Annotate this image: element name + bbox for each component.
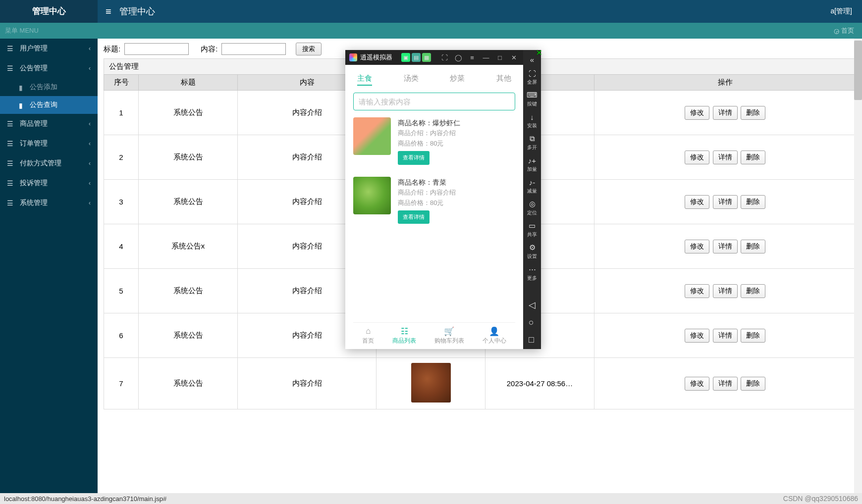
bottom-nav-item[interactable]: ⌂首页: [362, 327, 374, 345]
edit-button[interactable]: 修改: [685, 151, 709, 164]
view-detail-button[interactable]: 查看详情: [398, 151, 430, 165]
sidebar-item-notice[interactable]: ☰公告管理 ‹: [0, 58, 98, 78]
emu-side-item[interactable]: ♪-减量: [523, 176, 541, 197]
sidebar-item-label: 订单管理: [20, 139, 48, 148]
chevron-left-icon: ‹: [89, 180, 91, 187]
menu-icon[interactable]: ≡: [467, 54, 478, 61]
edit-button[interactable]: 修改: [685, 329, 709, 343]
sidebar-item-payment[interactable]: ☰付款方式管理 ‹: [0, 153, 98, 173]
menu-label: 菜单 MENU: [5, 26, 39, 35]
filter-title-input[interactable]: [124, 43, 189, 55]
app-search-input[interactable]: [359, 98, 510, 106]
sidebar-item-complaint[interactable]: ☰投诉管理 ‹: [0, 173, 98, 193]
sidebar-item-goods[interactable]: ☰商品管理 ‹: [0, 114, 98, 134]
delete-button[interactable]: 删除: [741, 240, 765, 253]
emu-side-item[interactable]: ⧉多开: [523, 132, 541, 153]
emu-side-item[interactable]: ↓安装: [523, 110, 541, 131]
bottom-nav-label: 首页: [362, 337, 374, 345]
edit-button[interactable]: 修改: [685, 240, 709, 253]
hamburger-icon[interactable]: ≡: [98, 6, 119, 17]
emu-side-item[interactable]: ⛶全屏: [523, 67, 541, 88]
edit-button[interactable]: 修改: [685, 284, 709, 298]
sidebar-item-label: 公告查询: [30, 101, 57, 109]
emu-side-label: 减量: [527, 188, 537, 195]
detail-button[interactable]: 详情: [713, 151, 738, 164]
dashboard-icon: ◶: [834, 27, 839, 35]
bookmark-icon: ▮: [19, 84, 25, 91]
tab-soup[interactable]: 汤类: [404, 74, 419, 86]
emu-side-icon: ⧉: [528, 134, 537, 143]
android-nav-icon[interactable]: □: [529, 335, 536, 345]
sidebar-item-orders[interactable]: ☰订单管理 ‹: [0, 134, 98, 153]
fullscreen-icon[interactable]: ⛶: [439, 54, 450, 61]
edit-button[interactable]: 修改: [685, 377, 709, 391]
account-icon[interactable]: ◯: [453, 54, 464, 61]
user-label[interactable]: a[管理]: [830, 7, 862, 16]
edit-button[interactable]: 修改: [685, 106, 709, 120]
emulator-chip-icon[interactable]: ▤: [412, 53, 421, 62]
emulator-chip-icon[interactable]: ▣: [401, 53, 410, 62]
search-button[interactable]: 搜索: [296, 43, 322, 55]
filter-content-label: 内容:: [201, 45, 217, 54]
delete-button[interactable]: 删除: [741, 329, 765, 343]
cell-seq: 1: [104, 91, 139, 135]
sidebar-item-label: 投诉管理: [20, 179, 48, 188]
view-detail-button[interactable]: 查看详情: [398, 210, 430, 224]
chevron-left-icon: ‹: [89, 160, 91, 167]
bottom-nav-item[interactable]: 🛒购物车列表: [434, 327, 464, 345]
detail-button[interactable]: 详情: [713, 106, 738, 120]
sidebar-subitem-notice-add[interactable]: ▮ 公告添加: [0, 78, 98, 96]
emu-side-item[interactable]: ⌨按键: [523, 89, 541, 109]
emulator-chip-icon[interactable]: ▦: [422, 53, 431, 62]
cell-seq: 7: [104, 358, 139, 409]
emu-side-label: 加量: [527, 166, 537, 173]
emu-side-item[interactable]: ♪+加量: [523, 154, 541, 175]
cell-seq: 4: [104, 224, 139, 269]
sidebar-subitem-notice-query[interactable]: ▮ 公告查询: [0, 96, 98, 114]
filter-content-input[interactable]: [221, 43, 286, 55]
maximize-icon[interactable]: □: [494, 54, 505, 61]
edit-button[interactable]: 修改: [685, 195, 709, 209]
emu-side-item[interactable]: ◎定位: [523, 198, 541, 218]
sidebar-item-users[interactable]: ☰用户管理 ‹: [0, 39, 98, 58]
detail-button[interactable]: 详情: [713, 377, 738, 391]
delete-button[interactable]: 删除: [741, 106, 765, 120]
bottom-nav-icon: ☷: [399, 327, 409, 336]
emu-side-item[interactable]: ▭共享: [523, 219, 541, 240]
cell-image: [377, 358, 485, 409]
app-search[interactable]: [353, 93, 515, 110]
minimize-icon[interactable]: —: [481, 54, 491, 61]
status-bar: localhost:8080/huangheiauas3-azdingcan37…: [0, 493, 862, 504]
detail-button[interactable]: 详情: [713, 240, 738, 253]
bottom-nav-icon: ⌂: [363, 327, 373, 336]
close-icon[interactable]: ✕: [508, 54, 519, 61]
emulator-close-x-icon[interactable]: ×: [536, 47, 542, 58]
product-image: [353, 177, 391, 214]
emu-side-icon: ♪-: [528, 178, 537, 187]
bottom-nav-item[interactable]: ☷商品列表: [392, 327, 416, 345]
delete-button[interactable]: 删除: [741, 284, 765, 298]
cell-seq: 3: [104, 180, 139, 224]
table-row: 7 系统公告 内容介绍 2023-04-27 08:56… 修改 详情 删除: [104, 358, 856, 409]
delete-button[interactable]: 删除: [741, 377, 765, 391]
emu-side-item[interactable]: ⋯更多: [523, 263, 541, 284]
bottom-nav-label: 购物车列表: [434, 337, 464, 345]
sidebar-item-system[interactable]: ☰系统管理 ‹: [0, 193, 98, 213]
tab-stirfry[interactable]: 炒菜: [450, 74, 465, 86]
detail-button[interactable]: 详情: [713, 195, 738, 209]
delete-button[interactable]: 删除: [741, 195, 765, 209]
bottom-nav-item[interactable]: 👤个人中心: [483, 327, 506, 345]
android-nav-icon[interactable]: ◁: [529, 300, 536, 310]
detail-button[interactable]: 详情: [713, 284, 738, 298]
cell-actions: 修改 详情 删除: [594, 180, 856, 224]
emu-side-item[interactable]: ⚙设置: [523, 241, 541, 262]
tab-staple[interactable]: 主食: [357, 74, 372, 86]
product-intro: 商品介绍：内容介绍: [398, 188, 515, 198]
detail-button[interactable]: 详情: [713, 329, 738, 343]
tab-other[interactable]: 其他: [496, 74, 511, 86]
android-nav-icon[interactable]: ○: [529, 317, 536, 328]
emulator-titlebar[interactable]: 逍遥模拟器 ▣ ▤ ▦ ⛶ ◯ ≡ — □ ✕: [345, 50, 523, 65]
vertical-scrollbar[interactable]: [854, 39, 862, 493]
delete-button[interactable]: 删除: [741, 151, 765, 164]
home-link[interactable]: ◶ 首页: [834, 26, 854, 35]
